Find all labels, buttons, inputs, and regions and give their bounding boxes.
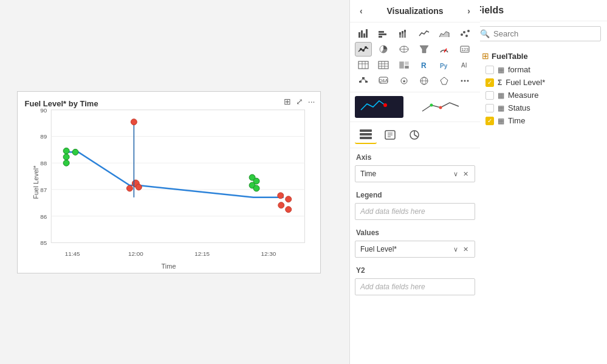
field-type-icon-format: ▦ — [498, 66, 504, 74]
viz-nav-left[interactable]: ‹ — [357, 5, 365, 17]
viz-icon-map[interactable] — [396, 42, 413, 57]
viz-icon-bar2[interactable] — [375, 26, 392, 41]
svg-text:88: 88 — [40, 160, 47, 167]
viz-tab-format[interactable] — [379, 126, 401, 144]
svg-point-49 — [360, 48, 362, 50]
svg-point-90 — [467, 80, 468, 82]
svg-rect-94 — [360, 129, 372, 132]
svg-rect-69 — [399, 61, 404, 69]
y2-dropzone[interactable]: Add data fields here — [355, 278, 475, 295]
svg-rect-70 — [405, 61, 409, 65]
field-type-icon-measure: ▦ — [498, 91, 504, 100]
field-checkbox-status[interactable] — [485, 104, 494, 112]
viz-icon-ai[interactable]: AI — [456, 58, 473, 72]
svg-point-46 — [463, 31, 465, 33]
svg-text:Q&A: Q&A — [379, 78, 388, 83]
viz-icon-py[interactable]: Py — [436, 58, 453, 72]
svg-rect-43 — [404, 32, 406, 38]
svg-line-76 — [360, 79, 363, 81]
field-checkbox-fuel[interactable] — [485, 78, 494, 87]
svg-point-23 — [131, 118, 137, 125]
values-remove-btn[interactable]: ✕ — [462, 246, 470, 253]
viz-icon-card[interactable]: 123 — [456, 42, 473, 57]
field-checkbox-measure[interactable] — [485, 91, 494, 100]
field-checkbox-time[interactable] — [485, 117, 494, 125]
viz-icon-treemap[interactable] — [396, 58, 413, 72]
viz-icon-shape[interactable] — [436, 74, 453, 88]
fields-panel: Fields 🔍 ∧ ⊞ FuelTable ▦ format Σ Fuel L… — [468, 0, 607, 364]
field-type-icon-status: ▦ — [498, 104, 504, 112]
viz-icon-line[interactable] — [416, 26, 433, 41]
middle-panel: Filters ‹ Visualizations › — [337, 0, 468, 364]
viz-icon-area[interactable] — [436, 26, 453, 41]
search-input[interactable] — [493, 29, 595, 38]
viz-icon-bar[interactable] — [355, 26, 372, 41]
chart-svg: 90 89 88 87 86 85 11:45 12:00 12:15 12:3… — [18, 92, 320, 273]
viz-icon-custom-1[interactable] — [355, 96, 403, 118]
svg-point-93 — [439, 106, 442, 109]
svg-text:123: 123 — [461, 47, 468, 52]
viz-icon-pie[interactable] — [375, 42, 392, 57]
viz-icon-more2[interactable] — [456, 74, 473, 88]
field-row-measure[interactable]: ▦ Measure — [468, 89, 607, 101]
svg-rect-79 — [365, 81, 368, 83]
axis-remove-btn[interactable]: ✕ — [462, 170, 470, 178]
field-name-measure: Measure — [508, 91, 539, 100]
svg-rect-64 — [379, 61, 388, 69]
viz-icon-matrix[interactable] — [375, 58, 392, 72]
field-checkbox-format[interactable] — [485, 66, 494, 74]
svg-rect-38 — [379, 36, 382, 38]
svg-point-29 — [285, 196, 291, 202]
values-expand-btn[interactable]: ∨ — [452, 246, 459, 253]
axis-dropzone-content: Time ∨ ✕ — [360, 170, 470, 178]
axis-dropzone[interactable]: Time ∨ ✕ — [355, 165, 475, 182]
fields-header: Fields — [468, 0, 607, 21]
viz-icon-selected[interactable] — [355, 42, 372, 57]
svg-point-18 — [72, 149, 78, 155]
fields-search-box[interactable]: 🔍 — [475, 26, 601, 41]
fields-table-header[interactable]: ∧ ⊞ FuelTable — [468, 49, 607, 63]
svg-text:★: ★ — [402, 79, 406, 83]
viz-icon-gauge[interactable] — [436, 42, 453, 57]
field-row-status[interactable]: ▦ Status — [468, 101, 607, 114]
table-name: FuelTable — [492, 52, 528, 61]
svg-rect-36 — [379, 31, 384, 33]
svg-rect-95 — [360, 133, 372, 136]
field-row-time[interactable]: ▦ Time — [468, 114, 607, 127]
values-dropzone[interactable]: Fuel Level* ∨ ✕ — [355, 241, 475, 258]
legend-dropzone[interactable]: Add data fields here — [355, 203, 475, 220]
viz-nav-right[interactable]: › — [465, 5, 473, 17]
viz-icon-r[interactable]: R — [416, 58, 433, 72]
viz-icon-custom-2[interactable] — [416, 96, 465, 118]
y2-section-label: Y2 — [350, 261, 480, 277]
viz-icon-decomp[interactable] — [355, 74, 372, 88]
svg-point-20 — [135, 184, 142, 190]
svg-point-15 — [63, 148, 69, 154]
viz-big-icons — [350, 92, 480, 122]
svg-rect-75 — [362, 77, 365, 79]
viz-icon-table[interactable] — [355, 58, 372, 72]
viz-icon-globe[interactable] — [416, 74, 433, 88]
viz-tab-fields[interactable] — [355, 126, 377, 144]
svg-line-77 — [363, 79, 366, 81]
viz-icon-scatter[interactable] — [456, 26, 473, 41]
field-row-format[interactable]: ▦ format — [468, 63, 607, 76]
field-row-fuel[interactable]: Σ Fuel Level* — [468, 76, 607, 89]
field-name-format: format — [508, 65, 530, 74]
viz-tab-analytics[interactable] — [403, 126, 425, 144]
viz-icon-qa[interactable]: Q&A — [375, 74, 392, 88]
viz-icon-smart[interactable]: ★ — [396, 74, 413, 88]
viz-icon-funnel[interactable] — [416, 42, 433, 57]
svg-point-16 — [63, 154, 69, 160]
axis-expand-btn[interactable]: ∨ — [452, 170, 459, 178]
field-type-icon-time: ▦ — [498, 117, 504, 125]
svg-text:87: 87 — [40, 186, 47, 193]
viz-panel: ‹ Visualizations › — [349, 0, 480, 364]
field-name-status: Status — [508, 103, 530, 112]
svg-rect-60 — [358, 61, 368, 69]
svg-rect-96 — [360, 137, 372, 139]
svg-rect-33 — [361, 30, 363, 38]
svg-rect-42 — [402, 31, 403, 33]
legend-placeholder: Add data fields here — [360, 207, 425, 216]
viz-icon-stacked[interactable] — [396, 26, 413, 41]
